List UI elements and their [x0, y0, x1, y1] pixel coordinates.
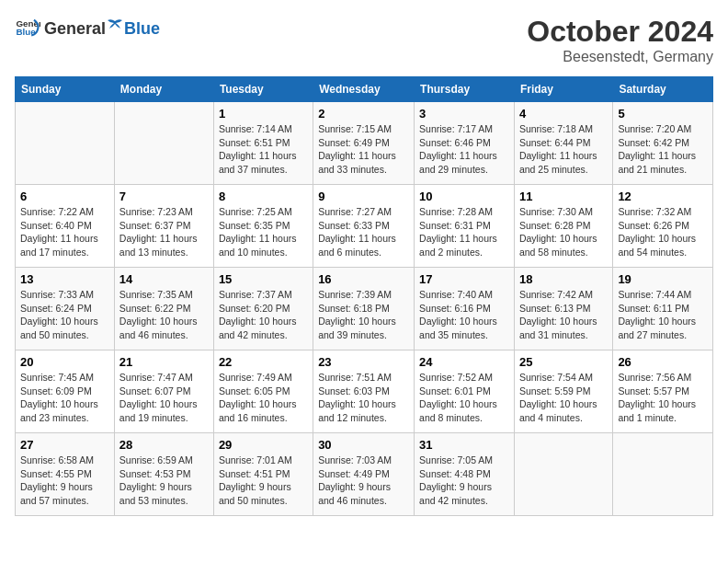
day-number: 3: [419, 107, 509, 121]
day-cell: [514, 433, 612, 516]
day-number: 18: [519, 272, 608, 286]
day-info: Sunrise: 7:22 AM Sunset: 6:40 PM Dayligh…: [20, 205, 109, 259]
day-cell: 19Sunrise: 7:44 AM Sunset: 6:11 PM Dayli…: [613, 268, 713, 350]
logo: General Blue General Blue: [15, 15, 160, 40]
day-info: Sunrise: 7:28 AM Sunset: 6:31 PM Dayligh…: [419, 205, 509, 259]
week-row-1: 1Sunrise: 7:14 AM Sunset: 6:51 PM Daylig…: [16, 102, 713, 185]
title-area: October 2024 Beesenstedt, Germany: [527, 15, 713, 65]
day-number: 10: [419, 190, 509, 203]
calendar-table: SundayMondayTuesdayWednesdayThursdayFrid…: [15, 76, 713, 516]
day-number: 24: [419, 355, 509, 369]
day-cell: 1Sunrise: 7:14 AM Sunset: 6:51 PM Daylig…: [213, 102, 313, 185]
day-number: 17: [419, 272, 509, 286]
logo-icon: General Blue: [15, 15, 40, 40]
logo-general-text: General: [44, 19, 106, 39]
day-info: Sunrise: 7:20 AM Sunset: 6:42 PM Dayligh…: [618, 122, 708, 177]
day-info: Sunrise: 7:23 AM Sunset: 6:37 PM Dayligh…: [119, 205, 209, 259]
day-number: 7: [119, 190, 209, 203]
day-number: 9: [318, 190, 409, 203]
day-cell: [16, 102, 115, 185]
day-number: 1: [219, 107, 308, 121]
day-info: Sunrise: 6:58 AM Sunset: 4:55 PM Dayligh…: [20, 454, 109, 508]
day-number: 12: [618, 190, 708, 203]
day-cell: [114, 102, 213, 185]
day-cell: 26Sunrise: 7:56 AM Sunset: 5:57 PM Dayli…: [613, 350, 713, 433]
month-title: October 2024: [527, 15, 713, 49]
day-info: Sunrise: 7:56 AM Sunset: 5:57 PM Dayligh…: [618, 371, 708, 425]
day-cell: 23Sunrise: 7:51 AM Sunset: 6:03 PM Dayli…: [313, 350, 415, 433]
day-info: Sunrise: 7:49 AM Sunset: 6:05 PM Dayligh…: [219, 371, 308, 425]
day-cell: 24Sunrise: 7:52 AM Sunset: 6:01 PM Dayli…: [415, 350, 515, 433]
day-cell: 2Sunrise: 7:15 AM Sunset: 6:49 PM Daylig…: [313, 102, 415, 185]
week-row-2: 6Sunrise: 7:22 AM Sunset: 6:40 PM Daylig…: [16, 185, 713, 268]
day-cell: 31Sunrise: 7:05 AM Sunset: 4:48 PM Dayli…: [415, 433, 515, 516]
day-cell: 3Sunrise: 7:17 AM Sunset: 6:46 PM Daylig…: [415, 102, 515, 185]
header-cell-saturday: Saturday: [613, 77, 713, 102]
day-cell: 8Sunrise: 7:25 AM Sunset: 6:35 PM Daylig…: [213, 185, 313, 268]
day-number: 13: [20, 272, 109, 286]
day-cell: 16Sunrise: 7:39 AM Sunset: 6:18 PM Dayli…: [313, 268, 415, 350]
day-cell: 9Sunrise: 7:27 AM Sunset: 6:33 PM Daylig…: [313, 185, 415, 268]
day-number: 5: [618, 107, 708, 121]
day-cell: 22Sunrise: 7:49 AM Sunset: 6:05 PM Dayli…: [213, 350, 313, 433]
day-cell: 10Sunrise: 7:28 AM Sunset: 6:31 PM Dayli…: [415, 185, 515, 268]
logo-bird-icon: [107, 17, 123, 34]
day-cell: 27Sunrise: 6:58 AM Sunset: 4:55 PM Dayli…: [16, 433, 115, 516]
day-number: 11: [519, 190, 608, 203]
day-cell: 29Sunrise: 7:01 AM Sunset: 4:51 PM Dayli…: [213, 433, 313, 516]
day-info: Sunrise: 7:40 AM Sunset: 6:16 PM Dayligh…: [419, 288, 509, 342]
day-number: 16: [318, 272, 409, 286]
day-number: 14: [119, 272, 209, 286]
day-info: Sunrise: 7:54 AM Sunset: 5:59 PM Dayligh…: [519, 371, 608, 425]
day-number: 2: [318, 107, 409, 121]
day-cell: 4Sunrise: 7:18 AM Sunset: 6:44 PM Daylig…: [514, 102, 612, 185]
day-cell: 15Sunrise: 7:37 AM Sunset: 6:20 PM Dayli…: [213, 268, 313, 350]
header-cell-sunday: Sunday: [16, 77, 115, 102]
day-number: 29: [219, 438, 308, 452]
day-info: Sunrise: 7:39 AM Sunset: 6:18 PM Dayligh…: [318, 288, 409, 342]
day-info: Sunrise: 7:47 AM Sunset: 6:07 PM Dayligh…: [119, 371, 209, 425]
day-info: Sunrise: 7:45 AM Sunset: 6:09 PM Dayligh…: [20, 371, 109, 425]
day-info: Sunrise: 7:51 AM Sunset: 6:03 PM Dayligh…: [318, 371, 409, 425]
day-info: Sunrise: 7:52 AM Sunset: 6:01 PM Dayligh…: [419, 371, 509, 425]
header-cell-thursday: Thursday: [415, 77, 515, 102]
day-number: 31: [419, 438, 509, 452]
day-info: Sunrise: 7:42 AM Sunset: 6:13 PM Dayligh…: [519, 288, 608, 342]
day-number: 23: [318, 355, 409, 369]
day-number: 6: [20, 190, 109, 203]
day-number: 15: [219, 272, 308, 286]
day-cell: 6Sunrise: 7:22 AM Sunset: 6:40 PM Daylig…: [16, 185, 115, 268]
day-cell: 12Sunrise: 7:32 AM Sunset: 6:26 PM Dayli…: [613, 185, 713, 268]
day-info: Sunrise: 7:37 AM Sunset: 6:20 PM Dayligh…: [219, 288, 308, 342]
day-number: 8: [219, 190, 308, 203]
day-info: Sunrise: 7:35 AM Sunset: 6:22 PM Dayligh…: [119, 288, 209, 342]
day-info: Sunrise: 7:33 AM Sunset: 6:24 PM Dayligh…: [20, 288, 109, 342]
header-cell-tuesday: Tuesday: [213, 77, 313, 102]
day-number: 25: [519, 355, 608, 369]
day-cell: 11Sunrise: 7:30 AM Sunset: 6:28 PM Dayli…: [514, 185, 612, 268]
day-number: 28: [119, 438, 209, 452]
day-number: 20: [20, 355, 109, 369]
day-info: Sunrise: 7:18 AM Sunset: 6:44 PM Dayligh…: [519, 122, 608, 177]
day-cell: 20Sunrise: 7:45 AM Sunset: 6:09 PM Dayli…: [16, 350, 115, 433]
day-cell: 21Sunrise: 7:47 AM Sunset: 6:07 PM Dayli…: [114, 350, 213, 433]
day-cell: [613, 433, 713, 516]
day-number: 4: [519, 107, 608, 121]
day-info: Sunrise: 7:05 AM Sunset: 4:48 PM Dayligh…: [419, 454, 509, 508]
day-cell: 17Sunrise: 7:40 AM Sunset: 6:16 PM Dayli…: [415, 268, 515, 350]
day-number: 27: [20, 438, 109, 452]
day-number: 22: [219, 355, 308, 369]
day-info: Sunrise: 7:03 AM Sunset: 4:49 PM Dayligh…: [318, 454, 409, 508]
day-info: Sunrise: 7:25 AM Sunset: 6:35 PM Dayligh…: [219, 205, 308, 259]
day-cell: 25Sunrise: 7:54 AM Sunset: 5:59 PM Dayli…: [514, 350, 612, 433]
day-cell: 13Sunrise: 7:33 AM Sunset: 6:24 PM Dayli…: [16, 268, 115, 350]
day-info: Sunrise: 7:14 AM Sunset: 6:51 PM Dayligh…: [219, 122, 308, 177]
week-row-3: 13Sunrise: 7:33 AM Sunset: 6:24 PM Dayli…: [16, 268, 713, 350]
day-info: Sunrise: 7:27 AM Sunset: 6:33 PM Dayligh…: [318, 205, 409, 259]
day-number: 19: [618, 272, 708, 286]
day-info: Sunrise: 7:15 AM Sunset: 6:49 PM Dayligh…: [318, 122, 409, 177]
week-row-5: 27Sunrise: 6:58 AM Sunset: 4:55 PM Dayli…: [16, 433, 713, 516]
day-info: Sunrise: 7:32 AM Sunset: 6:26 PM Dayligh…: [618, 205, 708, 259]
day-cell: 7Sunrise: 7:23 AM Sunset: 6:37 PM Daylig…: [114, 185, 213, 268]
day-cell: 18Sunrise: 7:42 AM Sunset: 6:13 PM Dayli…: [514, 268, 612, 350]
